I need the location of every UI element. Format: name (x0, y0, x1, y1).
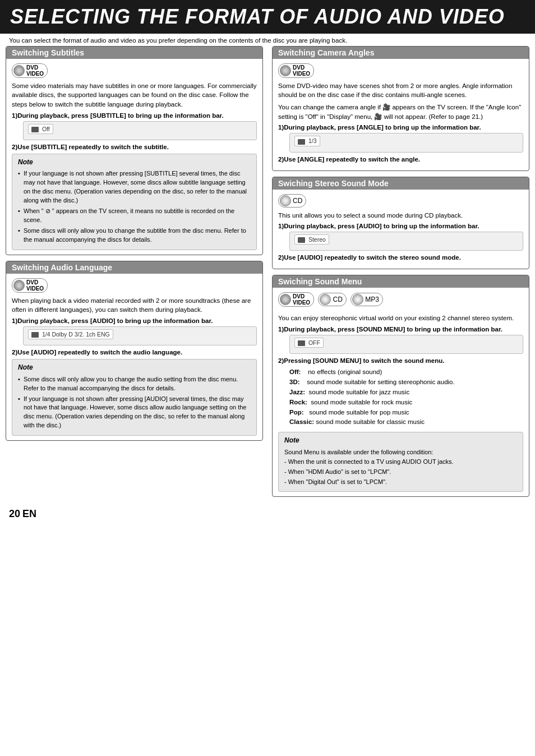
disc-icon-mp3 (352, 294, 363, 305)
intro-text: You can select the format of audio and v… (0, 34, 535, 46)
swiching-stereo-title: Swiching Stereo Sound Mode (273, 177, 529, 190)
disc-icon (280, 65, 291, 76)
sound-menu-bar-icon (298, 340, 305, 346)
mp3-badge: MP3 (350, 293, 383, 306)
switching-camera-title: Switching Camera Angles (273, 47, 529, 59)
disc-icon-cd (280, 195, 291, 206)
page-lang: EN (22, 508, 36, 520)
page-number: 20 (9, 508, 20, 520)
list-item: If your language is not shown after pres… (18, 169, 251, 205)
camera-body1: Some DVD-video may have scenes shot from… (278, 81, 523, 100)
audio-bar-icon (31, 332, 39, 338)
switching-camera-section: Switching Camera Angles DVDVIDEO Some DV… (272, 46, 529, 171)
sound-menu-step2-label: 2)Pressing [SOUND MENU] to switch the so… (278, 357, 523, 364)
audio-step2-label: 2)Use [AUDIO] repeatedly to switch the a… (12, 349, 257, 356)
camera-bar-icon (298, 139, 305, 145)
subtitles-note-title: Note (18, 158, 251, 167)
list-item: When " ⊘ " appears on the TV screen, it … (18, 207, 251, 225)
sound-menu-bar: OFF (289, 335, 523, 354)
audio-bar: 1/4 Dolby D 3/2. 1ch ENG (23, 326, 257, 345)
list-item: Rock: sound mode suitable for rock music (289, 398, 523, 408)
subtitles-note-list: If your language is not shown after pres… (18, 169, 251, 245)
subtitles-bar: Off (23, 121, 257, 140)
audio-body: When playing back a video material recor… (12, 296, 257, 315)
camera-step2-label: 2)Use [ANGLE] repeatedly to switch the a… (278, 156, 523, 163)
disc-icon (280, 294, 291, 305)
list-item: 3D: sound mode suitable for setting ster… (289, 377, 523, 388)
sound-note-item-2: - When "HDMI Audio" is set to "LPCM". (284, 468, 517, 477)
sound-options-list: Off: no effects (original sound) 3D: sou… (289, 367, 523, 427)
right-column: Switching Camera Angles DVDVIDEO Some DV… (269, 46, 529, 503)
list-item: Some discs will only allow you to change… (18, 375, 251, 393)
cd-badge-sound: CD (318, 293, 346, 306)
swiching-stereo-section: Swiching Stereo Sound Mode CD This unit … (272, 177, 529, 270)
subtitle-bar-icon (31, 127, 39, 132)
sound-menu-body: You can enjoy stereophonic virtual world… (278, 314, 523, 323)
dvd-badge-sound: DVDVIDEO (278, 292, 314, 307)
list-item: If your language is not shown after pres… (18, 395, 251, 431)
subtitles-step2-label: 2)Use [SUBTITLE] repeatedly to switch th… (12, 144, 257, 150)
cd-badge: CD (278, 194, 306, 208)
stereo-body: This unit allows you to select a sound m… (278, 211, 523, 220)
page-footer: 20 EN (0, 503, 535, 522)
sound-menu-step1-label: 1)During playback, press [SOUND MENU] to… (278, 326, 523, 333)
audio-note-list: Some discs will only allow you to change… (18, 375, 251, 431)
switching-subtitles-section: Switching Subtitles DVDVIDEO Some video … (6, 46, 263, 255)
list-item: Classic: sound mode suitable for classic… (289, 417, 523, 427)
stereo-bar: Stereo (289, 232, 523, 251)
list-item: Pop: sound mode suitable for pop music (289, 408, 523, 418)
disc-icon-cd2 (320, 294, 331, 305)
camera-step1-label: 1)During playback, press [ANGLE] to brin… (278, 124, 523, 131)
sound-menu-badges: DVDVIDEO CD MP3 (278, 292, 523, 310)
list-item: Off: no effects (original sound) (289, 367, 523, 377)
dvd-badge: DVDVIDEO (12, 63, 48, 78)
subtitles-body: Some video materials may have subtitles … (12, 81, 257, 109)
disc-icon (13, 65, 25, 76)
switching-subtitles-title: Switching Subtitles (6, 47, 262, 59)
sound-note-item-3: - When "Digital Out" is set to "LPCM". (284, 478, 517, 487)
camera-bar: 1/3 (289, 133, 523, 152)
sound-menu-note-title: Note (284, 436, 517, 445)
page-title: SELECTING THE FORMAT OF AUDIO AND VIDEO (0, 0, 535, 34)
list-item: Some discs will only allow you to change… (18, 227, 251, 245)
subtitles-step1-label: 1)During playback, press [SUBTITLE] to b… (12, 112, 257, 119)
dvd-badge-audio: DVDVIDEO (12, 278, 48, 293)
switching-audio-section: Switching Audio Language DVDVIDEO When p… (6, 261, 263, 441)
subtitles-note: Note If your language is not shown after… (12, 154, 257, 250)
disc-icon (13, 280, 25, 291)
audio-note-title: Note (18, 363, 251, 372)
left-column: Switching Subtitles DVDVIDEO Some video … (6, 46, 269, 503)
swiching-sound-menu-section: Swiching Sound Menu DVDVIDEO CD MP3 (272, 275, 529, 497)
switching-audio-title: Switching Audio Language (6, 261, 262, 274)
sound-menu-note: Note Sound Menu is available under the f… (278, 432, 523, 492)
audio-step1-label: 1)During playback, press [AUDIO] to brin… (12, 317, 257, 324)
dvd-badge-camera: DVDVIDEO (278, 63, 314, 78)
stereo-bar-icon (298, 237, 305, 243)
stereo-step2-label: 2)Use [AUDIO] repeatedly to switch the s… (278, 254, 523, 261)
camera-body2: You can change the camera angle if 🎥 app… (278, 103, 523, 121)
sound-note-item-1: - When the unit is connected to a TV usi… (284, 458, 517, 467)
audio-note: Note Some discs will only allow you to c… (12, 359, 257, 436)
list-item: Jazz: sound mode suitable for jazz music (289, 388, 523, 398)
swiching-sound-menu-title: Swiching Sound Menu (273, 275, 529, 288)
sound-note-item-0: Sound Menu is available under the follow… (284, 448, 517, 457)
stereo-step1-label: 1)During playback, press [AUDIO] to brin… (278, 223, 523, 229)
